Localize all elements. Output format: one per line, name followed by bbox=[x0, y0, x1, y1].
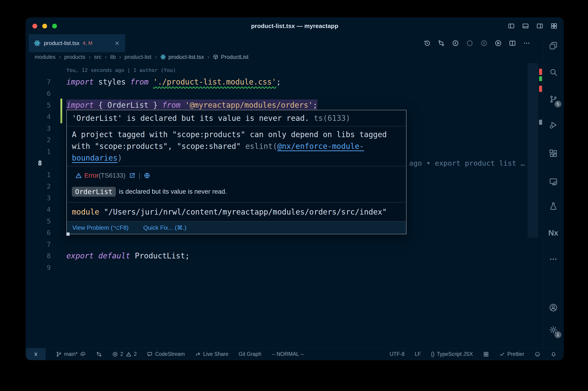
chevron-right-icon: › bbox=[207, 54, 209, 60]
eslint-message-line2: with "scope:products", "scope:shared" bbox=[72, 142, 245, 151]
code-line[interactable]: 5import { OrderList } from '@myreactapp/… bbox=[26, 99, 563, 111]
line-number[interactable]: 1 bbox=[35, 146, 51, 157]
feedback-status[interactable] bbox=[534, 351, 540, 357]
line-number[interactable]: 2 bbox=[35, 134, 51, 146]
code-text: export default ProductList; bbox=[66, 250, 189, 262]
close-window-button[interactable] bbox=[32, 24, 37, 28]
more-icon[interactable] bbox=[543, 250, 564, 268]
nx-console-icon[interactable]: Nx bbox=[543, 224, 564, 241]
error-label: Error bbox=[84, 172, 98, 179]
layout-sidebar-right-icon[interactable] bbox=[536, 22, 543, 29]
more-actions-icon[interactable] bbox=[523, 39, 530, 47]
code-line[interactable]: 9 bbox=[26, 262, 563, 273]
codestream-status[interactable]: CodeStream bbox=[147, 351, 185, 357]
extensions-icon[interactable] bbox=[543, 145, 564, 162]
close-icon[interactable] bbox=[114, 40, 120, 46]
diagnostic-message: 'OrderList' is declared but its value is… bbox=[72, 114, 309, 123]
testing-beaker-icon[interactable] bbox=[543, 197, 564, 215]
vim-mode-status[interactable]: -- NORMAL -- bbox=[271, 351, 304, 357]
line-number[interactable]: 7 bbox=[35, 239, 51, 250]
changes-circle-icon[interactable] bbox=[466, 39, 473, 47]
minimap[interactable] bbox=[528, 63, 538, 238]
line-number[interactable]: 4 bbox=[35, 111, 51, 122]
line-number[interactable]: 2 bbox=[35, 181, 51, 192]
eslint-rule-link[interactable]: boundaries bbox=[72, 153, 118, 162]
layout-sidebar-left-icon[interactable] bbox=[508, 22, 515, 29]
breadcrumb-item[interactable]: product-list bbox=[124, 54, 151, 60]
run-file-icon[interactable] bbox=[495, 39, 502, 47]
problems-status[interactable]: 2 2 bbox=[112, 351, 137, 357]
code-line[interactable]: 7import styles from './product-list.modu… bbox=[26, 76, 563, 88]
notifications-status[interactable] bbox=[551, 351, 557, 357]
symbol-chip: OrderList bbox=[72, 187, 116, 197]
run-debug-icon[interactable] bbox=[543, 116, 564, 134]
view-problem-link[interactable]: View Problem (⌥F8) bbox=[72, 224, 129, 231]
breadcrumb-item[interactable]: products bbox=[64, 54, 85, 60]
git-compare-icon[interactable] bbox=[437, 39, 445, 47]
chevron-right-icon: › bbox=[59, 54, 61, 60]
tab-product-list[interactable]: product-list.tsx 4, M bbox=[29, 34, 125, 52]
line-number[interactable]: 9 bbox=[35, 262, 51, 273]
error-detail-text: is declared but its value is never read. bbox=[119, 188, 227, 195]
prev-change-icon[interactable] bbox=[452, 39, 459, 47]
breadcrumb-file[interactable]: product-list.tsx bbox=[160, 54, 204, 60]
line-number[interactable]: 3 bbox=[35, 192, 51, 204]
language-mode-status[interactable]: {} TypeScript JSX bbox=[431, 351, 473, 357]
customize-layout-icon[interactable] bbox=[551, 22, 557, 29]
formatter-status[interactable]: Prettier bbox=[499, 351, 524, 357]
live-share-status[interactable]: Live Share bbox=[195, 351, 229, 357]
feedback-smiley-icon bbox=[534, 351, 540, 357]
code-line[interactable]: 7 bbox=[26, 239, 563, 250]
breadcrumb-item[interactable]: src bbox=[94, 54, 101, 60]
code-token: { OrderList } bbox=[94, 101, 162, 109]
search-icon[interactable] bbox=[543, 63, 564, 81]
screen: { "window": { "title": "product-list.tsx… bbox=[0, 0, 588, 391]
compare-branches[interactable] bbox=[96, 351, 102, 357]
layout-panel-icon[interactable] bbox=[522, 22, 529, 29]
globe-icon[interactable] bbox=[144, 172, 151, 179]
chevron-right-icon: › bbox=[155, 54, 157, 60]
editor-pane[interactable]: You, 12 seconds ago | 1 author (You)7imp… bbox=[26, 62, 563, 348]
breadcrumb-symbol[interactable]: ProductList bbox=[213, 54, 249, 60]
line-number[interactable]: 4 bbox=[35, 204, 51, 215]
eslint-rule-link[interactable]: @nx/enforce-module- bbox=[277, 142, 364, 151]
quick-fix-link[interactable]: Quick Fix... (⌘.) bbox=[143, 224, 186, 231]
settings-gear-icon[interactable]: 1 bbox=[543, 321, 564, 339]
split-editor-icon[interactable] bbox=[509, 39, 516, 47]
external-link-icon[interactable] bbox=[129, 172, 136, 179]
minimize-window-button[interactable] bbox=[42, 24, 47, 28]
react-icon bbox=[34, 40, 41, 47]
hover-resize-handle[interactable] bbox=[66, 232, 70, 236]
breadcrumb-item[interactable]: modules bbox=[35, 54, 56, 60]
zoom-window-button[interactable] bbox=[52, 24, 57, 28]
line-number[interactable]: 6 bbox=[35, 227, 51, 238]
remote-explorer-icon[interactable] bbox=[543, 173, 564, 191]
breadcrumb-item[interactable]: lib bbox=[110, 54, 116, 60]
blame-annotation[interactable]: You, 12 seconds ago | 1 author (You) bbox=[66, 65, 176, 76]
account-icon[interactable] bbox=[543, 299, 564, 316]
code-line[interactable]: 6 bbox=[26, 88, 563, 99]
chevron-right-icon: › bbox=[89, 54, 91, 60]
line-number[interactable]: 8 bbox=[35, 250, 51, 262]
line-number[interactable]: 5 bbox=[35, 215, 51, 227]
line-number[interactable]: 5 bbox=[35, 99, 51, 111]
line-number[interactable]: 1 bbox=[35, 169, 51, 181]
code-line[interactable]: 8export default ProductList; bbox=[26, 250, 563, 262]
git-graph-status[interactable]: Git Graph bbox=[239, 351, 262, 357]
extension-status[interactable] bbox=[483, 351, 489, 357]
explorer-copy-icon[interactable] bbox=[543, 37, 564, 54]
eol-status[interactable]: LF bbox=[415, 351, 421, 357]
source-control-icon[interactable]: 5 bbox=[543, 91, 564, 108]
encoding-status[interactable]: UTF-8 bbox=[390, 351, 405, 357]
line-number[interactable]: 3 bbox=[35, 123, 51, 134]
branch-status[interactable]: main* bbox=[56, 351, 86, 357]
timeline-icon[interactable] bbox=[423, 39, 431, 47]
title-bar[interactable]: product-list.tsx — myreactapp bbox=[26, 18, 563, 34]
line-number[interactable]: 8 bbox=[35, 157, 51, 169]
separator: | bbox=[139, 172, 140, 179]
line-number[interactable]: 7 bbox=[35, 76, 51, 88]
line-number[interactable]: 6 bbox=[35, 88, 51, 99]
next-change-icon[interactable] bbox=[480, 39, 488, 47]
codelens-annotation[interactable]: You, 12 seconds ago | 1 author (You) bbox=[26, 65, 563, 76]
remote-indicator[interactable] bbox=[26, 348, 46, 360]
